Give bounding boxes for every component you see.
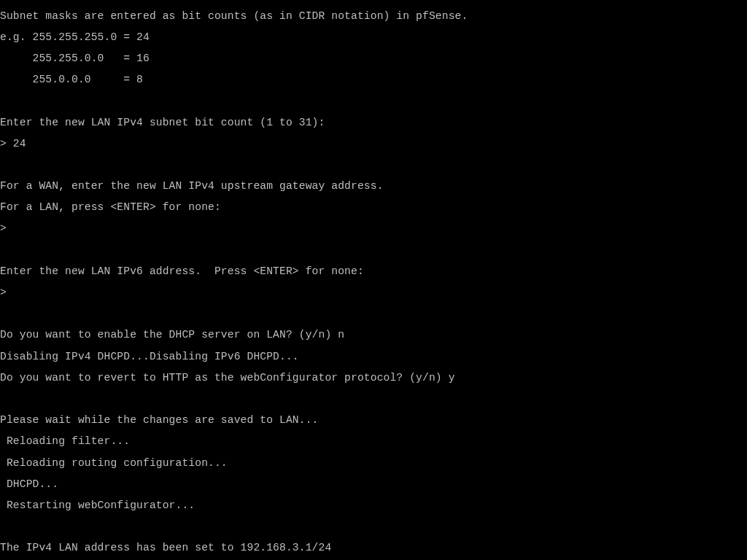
text-line: Restarting webConfigurator...	[0, 500, 747, 511]
blank-line	[0, 160, 747, 171]
text-line: e.g. 255.255.255.0 = 24	[0, 32, 747, 43]
text-line: Do you want to revert to HTTP as the web…	[0, 373, 747, 384]
text-line: 255.0.0.0 = 8	[0, 74, 747, 85]
text-line: Reloading filter...	[0, 436, 747, 447]
user-input-line: >	[0, 287, 747, 298]
text-line: 255.255.0.0 = 16	[0, 53, 747, 64]
prompt-line: Enter the new LAN IPv4 subnet bit count …	[0, 117, 747, 128]
text-line: For a LAN, press <ENTER> for none:	[0, 202, 747, 213]
text-line: Disabling IPv4 DHCPD...Disabling IPv6 DH…	[0, 351, 747, 362]
user-input-line: >	[0, 223, 747, 234]
text-line: Please wait while the changes are saved …	[0, 415, 747, 426]
blank-line	[0, 245, 747, 256]
text-line: For a WAN, enter the new LAN IPv4 upstre…	[0, 181, 747, 192]
prompt-line: Enter the new LAN IPv6 address. Press <E…	[0, 266, 747, 277]
text-line: Reloading routing configuration...	[0, 458, 747, 469]
text-line: Do you want to enable the DHCP server on…	[0, 330, 747, 341]
text-line: The IPv4 LAN address has been set to 192…	[0, 542, 747, 553]
blank-line	[0, 308, 747, 319]
blank-line	[0, 96, 747, 106]
blank-line	[0, 521, 747, 532]
console-screen: Subnet masks are entered as bit counts (…	[0, 0, 747, 560]
blank-line	[0, 394, 747, 405]
text-line: Subnet masks are entered as bit counts (…	[0, 11, 747, 22]
user-input-line: > 24	[0, 139, 747, 149]
text-line: DHCPD...	[0, 479, 747, 490]
